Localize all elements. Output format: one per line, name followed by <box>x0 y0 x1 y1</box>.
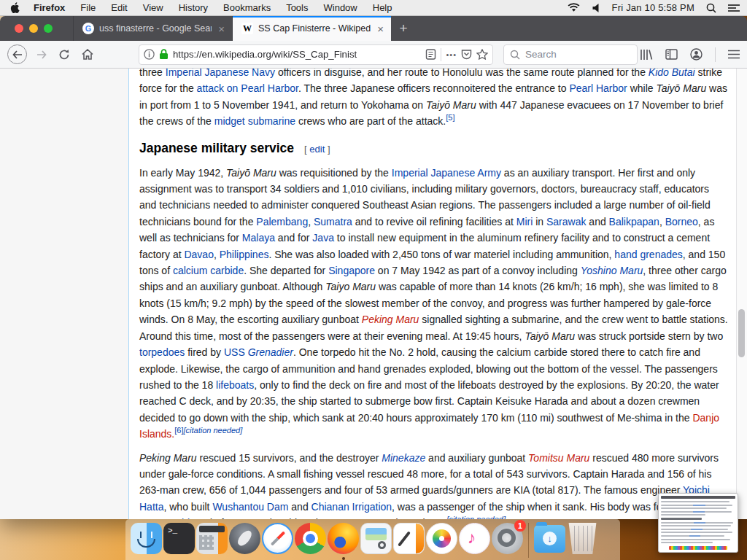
article-link[interactable]: Wushantou Dam <box>212 501 288 513</box>
article-link[interactable]: Chianan Irrigation <box>311 501 392 513</box>
dock-finder-icon[interactable] <box>131 523 162 554</box>
article-link[interactable]: Palembang <box>256 216 308 228</box>
article-link[interactable]: lifeboats <box>216 379 254 391</box>
article-link[interactable]: [6] <box>174 426 183 435</box>
text-run: Taiyō Maru <box>525 330 575 342</box>
notification-center-icon[interactable] <box>728 4 740 12</box>
article-link[interactable]: attack on Pearl Harbor <box>197 82 298 94</box>
reload-icon[interactable] <box>55 49 73 61</box>
url-bar[interactable]: https://en.wikipedia.org/wiki/SS_Cap_Fin… <box>139 44 493 65</box>
dock-photos-icon[interactable] <box>426 523 457 554</box>
text-run: Taiyō Maru <box>226 167 276 179</box>
dock-system-preferences-icon[interactable]: 1 <box>492 523 523 554</box>
wifi-icon[interactable] <box>568 3 580 12</box>
article-link[interactable]: Imperial Japanese Navy <box>166 69 275 78</box>
forward-button[interactable] <box>34 50 50 59</box>
dock-calculator-icon[interactable] <box>196 523 228 554</box>
search-bar[interactable]: Search <box>503 44 638 65</box>
menu-window[interactable]: Window <box>324 2 357 13</box>
account-icon[interactable] <box>690 48 703 61</box>
menu-help[interactable]: Help <box>373 2 392 13</box>
text-run: on 7 May 1942 as part of a convoy includ… <box>375 265 581 276</box>
library-icon[interactable] <box>640 49 653 61</box>
dock-downloads-folder-icon[interactable]: ↓ <box>534 525 565 553</box>
article-link[interactable]: [citation needed] <box>183 426 242 435</box>
article-link[interactable]: Davao <box>184 249 213 260</box>
edit-section-link[interactable]: [ edit ] <box>304 144 330 155</box>
article-link[interactable]: midget submarine <box>214 115 295 127</box>
article-link[interactable]: calcium carbide <box>173 265 244 276</box>
article-link[interactable]: Yoshino Maru <box>581 265 643 276</box>
text-run: three <box>139 69 166 78</box>
new-tab-button[interactable]: + <box>391 16 416 41</box>
dock-safari-icon[interactable] <box>262 523 293 554</box>
text-run: . She departed for <box>244 265 328 276</box>
dock-preview-icon[interactable] <box>360 523 392 554</box>
dock-firefox-icon[interactable] <box>328 523 359 554</box>
scrollbar-track[interactable] <box>736 69 747 519</box>
back-button[interactable] <box>7 44 27 64</box>
text-run: ] <box>325 144 330 155</box>
bookmark-star-icon[interactable] <box>476 49 488 60</box>
article-link[interactable]: Singapore <box>328 265 375 276</box>
url-text[interactable]: https://en.wikipedia.org/wiki/SS_Cap_Fin… <box>173 49 421 60</box>
dock-chrome-icon[interactable] <box>295 523 326 554</box>
article-link[interactable]: Kido Butai <box>649 69 695 78</box>
reader-mode-icon[interactable] <box>425 49 436 60</box>
page-info-icon[interactable] <box>144 49 155 60</box>
menu-history[interactable]: History <box>179 2 208 13</box>
article-link[interactable]: Imperial Japanese Army <box>392 167 501 179</box>
menu-app-firefox[interactable]: Firefox <box>34 2 65 13</box>
article-link[interactable]: hand grenades <box>614 249 682 260</box>
article-link[interactable]: Philippines <box>220 249 269 260</box>
tab-google-search[interactable]: G uss finasterre - Google Search × <box>73 16 232 41</box>
lock-icon[interactable] <box>159 49 169 60</box>
menu-edit[interactable]: Edit <box>111 2 127 13</box>
article-link[interactable]: Peking Maru <box>362 314 419 325</box>
minimize-window-button[interactable] <box>29 24 38 33</box>
menu-view[interactable]: View <box>143 2 163 13</box>
article-link[interactable]: Tomitsu Maru <box>528 452 589 464</box>
menu-file[interactable]: File <box>80 2 96 13</box>
article-link[interactable]: Grenadier <box>248 346 293 358</box>
spotlight-search-icon[interactable] <box>706 3 716 13</box>
tab-wikipedia[interactable]: W SS Cap Finisterre - Wikipedia × <box>232 16 391 41</box>
article-link[interactable]: torpedoes <box>139 346 185 358</box>
pocket-icon[interactable] <box>461 49 472 60</box>
article-link[interactable]: Sumatra <box>314 216 352 228</box>
page-actions-icon[interactable]: ••• <box>446 50 457 59</box>
article-link[interactable]: USS <box>224 346 248 358</box>
article-link[interactable]: [5] <box>446 114 454 122</box>
menu-tools[interactable]: Tools <box>286 2 308 13</box>
article-link[interactable]: Balikpapan <box>609 216 659 228</box>
scrollbar-thumb[interactable] <box>738 309 745 357</box>
article-link[interactable]: Borneo <box>665 216 698 228</box>
close-window-button[interactable] <box>15 24 23 33</box>
text-run: and to revive oil refining facilities at <box>352 216 516 228</box>
article-link[interactable]: Miri <box>516 216 533 228</box>
dock-trash-icon[interactable] <box>567 523 598 554</box>
text-run: , was a passenger of the ship when it sa… <box>392 501 692 513</box>
wikipedia-sidebar-area <box>0 69 129 519</box>
menu-clock[interactable]: Fri Jan 10 5:58 PM <box>612 2 694 13</box>
screenshot-preview-thumbnail[interactable] <box>658 493 738 553</box>
hamburger-menu-icon[interactable] <box>728 50 740 59</box>
apple-menu-icon[interactable] <box>10 2 20 13</box>
dock-pages-icon[interactable] <box>393 523 425 554</box>
article-link[interactable]: Sarawak <box>546 216 586 228</box>
close-tab-icon[interactable]: × <box>217 23 226 35</box>
article-link[interactable]: Java <box>312 232 334 244</box>
dock-terminal-icon[interactable]: >_ <box>163 523 195 554</box>
article-link[interactable]: Minekaze <box>382 452 425 464</box>
dock-launchpad-icon[interactable] <box>229 523 260 554</box>
sidebar-toggle-icon[interactable] <box>665 49 678 60</box>
article-link[interactable]: edit <box>309 144 325 155</box>
close-tab-icon[interactable]: × <box>376 23 385 35</box>
menu-bookmarks[interactable]: Bookmarks <box>223 2 271 13</box>
zoom-window-button[interactable] <box>44 24 53 33</box>
volume-icon[interactable] <box>592 4 600 12</box>
article-link[interactable]: Malaya <box>242 232 275 244</box>
article-link[interactable]: Pearl Harbor <box>569 82 627 94</box>
dock-itunes-icon[interactable]: ♪ <box>459 523 490 554</box>
home-icon[interactable] <box>79 49 96 60</box>
